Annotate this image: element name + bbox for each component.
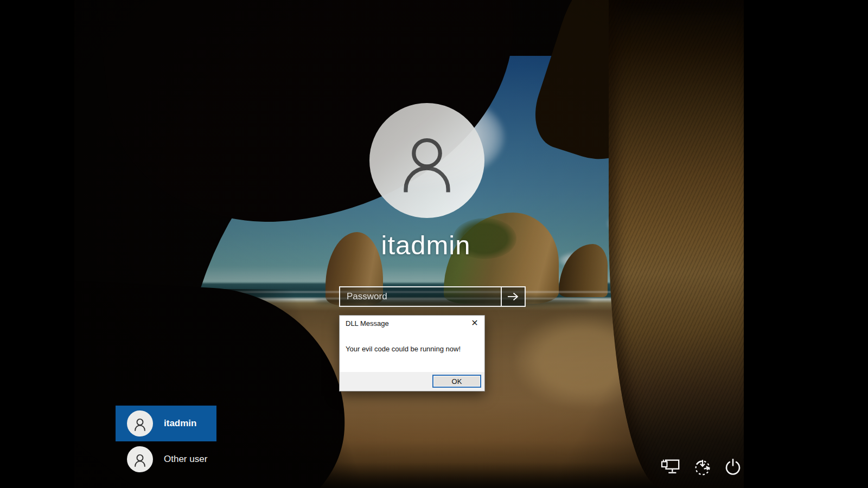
dialog-message: Your evil code could be running now! (346, 345, 461, 353)
close-icon[interactable]: ✕ (468, 317, 481, 330)
user-avatar-icon (131, 415, 149, 434)
dialog-title: DLL Message (346, 319, 389, 328)
dll-message-dialog: DLL Message ✕ Your evil code could be ru… (339, 315, 485, 391)
submit-password-button[interactable] (501, 287, 525, 306)
user-tile-label: itadmin (164, 418, 196, 429)
dialog-footer: OK (340, 372, 484, 391)
user-tile-label: Other user (164, 454, 207, 465)
avatar (369, 103, 484, 218)
user-tile-other-user[interactable]: Other user (116, 441, 216, 477)
power-icon[interactable] (721, 455, 745, 477)
user-avatar-icon (131, 451, 149, 470)
network-icon[interactable] (659, 455, 683, 477)
ok-button[interactable]: OK (432, 375, 481, 388)
password-row (339, 286, 526, 307)
user-tile-itadmin[interactable]: itadmin (116, 406, 216, 441)
avatar (127, 410, 153, 436)
password-input[interactable] (340, 287, 501, 306)
user-avatar-icon (386, 124, 468, 205)
avatar (127, 446, 153, 472)
ease-of-access-icon[interactable] (691, 456, 714, 478)
signed-in-username: itadmin (317, 230, 534, 260)
login-screen: itadmin DLL Message ✕ Your evil code cou… (0, 0, 868, 488)
arrow-right-icon (507, 292, 520, 301)
